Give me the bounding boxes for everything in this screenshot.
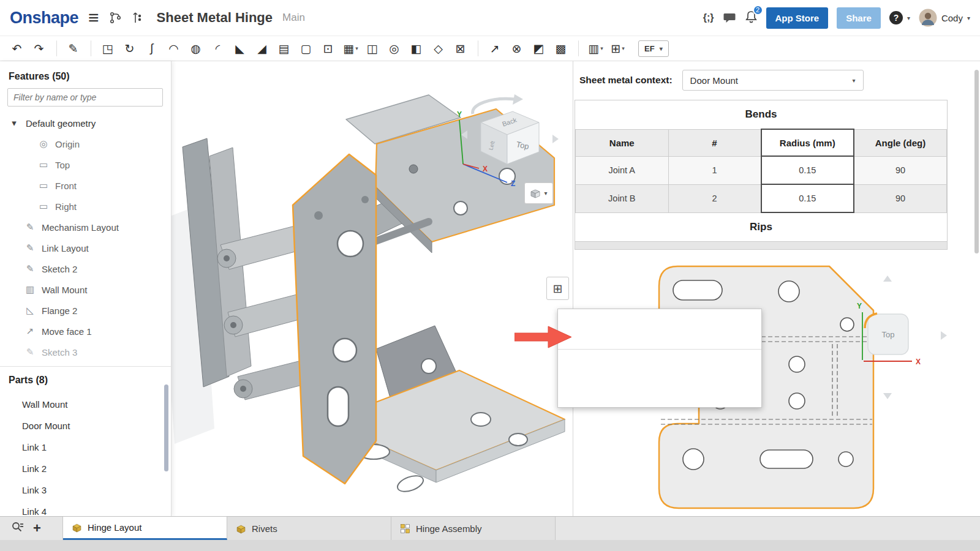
search-tabs-icon[interactable] [11,521,24,536]
user-menu[interactable]: Cody ▾ [919,9,970,27]
view-cube-menu-button[interactable]: ▾ [524,182,553,204]
boolean-icon[interactable]: ◎ [385,39,405,58]
flat-pattern-canvas[interactable]: Top Y X [573,61,980,516]
part-item-wall-mount[interactable]: Wall Mount [0,394,171,415]
finish-sheet-metal-icon[interactable]: ▩ [551,39,571,58]
flat-y-axis-label: Y [857,302,862,310]
tree-item-top-plane[interactable]: ▭ Top [0,154,171,175]
notifications-bell-icon[interactable]: 2 [745,10,758,26]
menu-item-zoom-to-selection[interactable] [558,370,761,388]
workspace-name[interactable]: Main [282,12,305,24]
feature-type-icon: ▭ [38,180,49,191]
3d-model-canvas[interactable]: Back Left Top Y Z X [172,61,573,516]
sheet-metal-panel: Sheet metal context: Door Mount ▾ Bends … [573,61,980,516]
tab-rivets[interactable]: Rivets [227,517,391,540]
menu-item-view-normal-to[interactable] [558,388,761,405]
tab-hinge-assembly[interactable]: Hinge Assembly [391,517,556,540]
boss-icon[interactable]: ◍ [186,39,206,58]
part-item-link-1[interactable]: Link 1 [0,437,171,458]
part-item-link-4[interactable]: Link 4 [0,501,171,516]
loft-icon[interactable]: ◠ [164,39,184,58]
help-menu[interactable]: ? ▾ [889,11,910,24]
feature-type-icon: ▭ [38,159,49,170]
part-label: Link 2 [22,463,47,474]
part-label: Link 3 [22,485,47,495]
tree-item-sketch-3[interactable]: ✎ Sketch 3 [0,342,171,362]
part-item-link-3[interactable]: Link 3 [0,479,171,501]
comment-icon[interactable] [723,11,736,24]
feature-tree: ▾ Default geometry ◎ Origin ▭ Top ▭ Fron… [0,113,171,362]
part-label: Door Mount [22,421,70,431]
sketch-icon[interactable]: ✎ [64,39,84,58]
modify-fillet-icon[interactable]: ◩ [529,39,549,58]
sweep-icon[interactable]: ∫ [142,39,162,58]
flat-pattern-view-button[interactable]: ⊞ [546,277,569,300]
hole-icon[interactable]: ⊡ [318,39,339,58]
menu-item-zoom-to-fit[interactable] [558,352,761,370]
tree-item-link-layout[interactable]: ✎ Link Layout [0,238,171,258]
features-panel-scrollbar[interactable] [164,384,168,471]
tree-item-sketch-2[interactable]: ✎ Sketch 2 [0,258,171,279]
thicken-icon[interactable]: ◳ [98,39,118,58]
menu-item-create-drawing[interactable] [558,311,761,329]
ef-dropdown-button[interactable]: EF ▾ [638,40,669,57]
revolve-icon[interactable]: ↻ [120,39,140,58]
tree-item-wall-mount[interactable]: ▥ Wall Mount [0,279,171,300]
mirror-icon[interactable]: ◫ [363,39,383,58]
insert-history-icon[interactable] [131,11,143,24]
delete-face-icon[interactable]: ⊗ [507,39,527,58]
feature-label: Origin [55,139,80,149]
features-filter-input[interactable] [7,88,163,107]
tree-item-flange-2[interactable]: ◺ Flange 2 [0,300,171,321]
rib-icon[interactable]: ▤ [274,39,295,58]
linear-pattern-icon[interactable]: ▦▾ [341,39,361,58]
cube-icon [530,188,541,199]
onshape-logo[interactable]: Onshape [10,9,78,28]
tab-label: Hinge Layout [88,522,141,533]
featurescript-icon[interactable]: {;} [703,12,714,23]
tree-item-front-plane[interactable]: ▭ Front [0,175,171,196]
draft-icon[interactable]: ◢ [252,39,273,58]
part-studio-icon [236,523,246,534]
tree-item-move-face-1[interactable]: ↗ Move face 1 [0,321,171,342]
undo-icon[interactable]: ↶ [7,39,28,58]
chamfer-icon[interactable]: ◣ [230,39,251,58]
feature-toolbar: ↶↷✎◳↻∫◠◍◜◣◢▤▢⊡▦▾◫◎◧◇⊠↗⊗◩▩▥▾⊞▾ EF ▾ [0,36,980,61]
flat-view-cube-label[interactable]: Top [882,330,895,339]
3d-viewport[interactable]: Back Left Top Y Z X ▾ ⊞ [172,61,573,516]
app-store-button[interactable]: App Store [766,7,829,29]
sheet-metal-panel-scrollbar[interactable] [974,70,979,253]
part-item-door-mount[interactable]: Door Mount [0,415,171,437]
top-bar: Onshape ≡ Sheet Metal Hinge Main {;} [0,0,980,36]
tree-item-origin[interactable]: ◎ Origin [0,133,171,154]
shell-icon[interactable]: ▢ [296,39,317,58]
sheet-metal-model-icon[interactable]: ▥▾ [586,39,606,58]
tree-item-default-geometry[interactable]: ▾ Default geometry [0,113,171,133]
versions-icon[interactable] [109,11,123,24]
z-axis-label: Z [511,179,515,188]
split-icon[interactable]: ◧ [407,39,427,58]
transform-icon[interactable]: ◇ [429,39,449,58]
avatar[interactable] [919,9,937,27]
assembly-icon [400,523,410,534]
menu-item-export-dxf-dwg[interactable] [558,329,761,347]
tree-item-right-plane[interactable]: ▭ Right [0,196,171,217]
flat-pattern-toggle-icon[interactable]: ⊞▾ [608,39,628,58]
features-header: Features (50) [0,61,171,88]
delete-part-icon[interactable]: ⊠ [451,39,471,58]
share-button[interactable]: Share [837,7,881,29]
feature-label: Default geometry [26,118,96,129]
fillet-icon[interactable]: ◜ [208,39,228,58]
flat-x-axis-label: X [916,358,921,366]
move-face-icon[interactable]: ↗ [485,39,505,58]
flat-pattern-view-cube[interactable]: Top [865,276,947,399]
add-tab-button[interactable]: + [33,520,41,536]
documents-menu-icon[interactable]: ≡ [87,9,100,27]
redo-icon[interactable]: ↷ [29,39,50,58]
help-icon[interactable]: ? [889,11,903,24]
tree-item-mechanism-layout[interactable]: ✎ Mechanism Layout [0,217,171,238]
tab-hinge-layout[interactable]: Hinge Layout [63,517,227,540]
document-title: Sheet Metal Hinge [157,10,273,26]
feature-type-icon: ▾ [9,118,20,129]
part-item-link-2[interactable]: Link 2 [0,458,171,479]
